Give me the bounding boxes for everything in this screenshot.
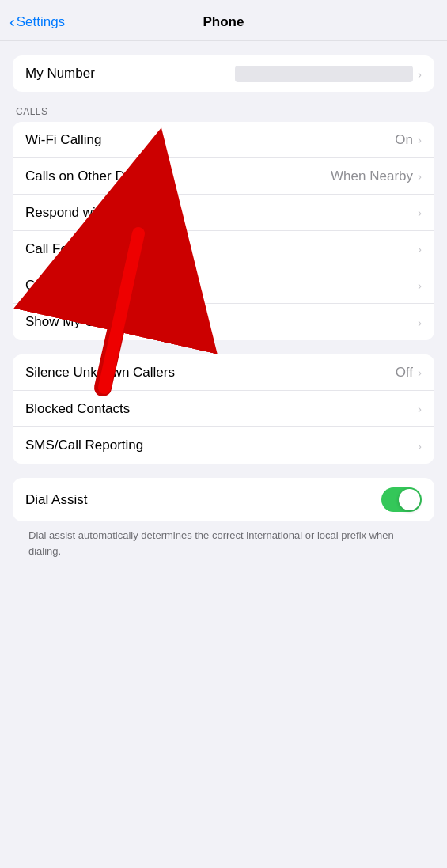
blocked-contacts-chevron-icon: › bbox=[418, 402, 422, 415]
sms-reporting-row[interactable]: SMS/Call Reporting › bbox=[13, 427, 434, 464]
call-forwarding-row[interactable]: Call Forwarding › bbox=[13, 231, 434, 267]
call-waiting-right: › bbox=[416, 279, 422, 292]
dial-assist-row[interactable]: Dial Assist bbox=[13, 478, 434, 521]
privacy-card: Silence Unknown Callers Off › Blocked Co… bbox=[13, 354, 434, 464]
calls-other-devices-row[interactable]: Calls on Other Devices When Nearby › bbox=[13, 158, 434, 195]
my-number-label: My Number bbox=[25, 66, 235, 81]
sms-reporting-right: › bbox=[416, 439, 422, 453]
silence-unknown-right: Off › bbox=[396, 365, 422, 381]
calls-other-devices-label: Calls on Other Devices bbox=[25, 169, 331, 184]
silence-unknown-value: Off bbox=[396, 365, 413, 381]
blocked-contacts-row[interactable]: Blocked Contacts › bbox=[13, 391, 434, 427]
call-waiting-label: Call Waiting bbox=[25, 278, 416, 294]
calls-card: Wi-Fi Calling On › Calls on Other Device… bbox=[13, 122, 434, 340]
call-forwarding-label: Call Forwarding bbox=[25, 241, 416, 257]
my-number-card: My Number ██████████████ › bbox=[13, 55, 434, 92]
call-forwarding-right: › bbox=[416, 242, 422, 256]
toggle-knob bbox=[399, 489, 420, 510]
wifi-calling-label: Wi-Fi Calling bbox=[25, 132, 395, 148]
my-number-value: ██████████████ bbox=[235, 66, 413, 82]
my-number-right: ██████████████ › bbox=[235, 66, 422, 82]
caller-id-row[interactable]: Show My Caller ID › bbox=[13, 304, 434, 340]
caller-id-label: Show My Caller ID bbox=[25, 314, 416, 330]
dial-assist-card: Dial Assist bbox=[13, 478, 434, 521]
my-number-section: My Number ██████████████ › bbox=[0, 55, 447, 92]
calls-other-devices-chevron-icon: › bbox=[418, 169, 422, 183]
dial-assist-label: Dial Assist bbox=[25, 492, 381, 508]
sms-reporting-label: SMS/Call Reporting bbox=[25, 438, 416, 453]
wifi-calling-value: On bbox=[395, 132, 413, 148]
call-waiting-row[interactable]: Call Waiting › bbox=[13, 267, 434, 304]
dial-assist-footer: Dial assist automatically determines the… bbox=[13, 521, 434, 571]
nav-bar: ‹ Settings Phone bbox=[0, 0, 447, 41]
dial-assist-toggle[interactable] bbox=[381, 487, 422, 512]
back-chevron-icon: ‹ bbox=[9, 13, 15, 31]
page-title: Phone bbox=[203, 14, 244, 30]
call-waiting-chevron-icon: › bbox=[418, 279, 422, 292]
respond-with-text-right: › bbox=[416, 206, 422, 219]
calls-other-devices-value: When Nearby bbox=[331, 169, 413, 184]
call-forwarding-chevron-icon: › bbox=[418, 242, 422, 256]
silence-unknown-row[interactable]: Silence Unknown Callers Off › bbox=[13, 354, 434, 391]
calls-section-label: CALLS bbox=[13, 106, 434, 117]
caller-id-chevron-icon: › bbox=[418, 316, 422, 329]
caller-id-right: › bbox=[416, 316, 422, 329]
respond-with-text-chevron-icon: › bbox=[418, 206, 422, 219]
dial-assist-section: Dial Assist Dial assist automatically de… bbox=[0, 478, 447, 571]
silence-unknown-label: Silence Unknown Callers bbox=[25, 365, 396, 381]
my-number-row[interactable]: My Number ██████████████ › bbox=[13, 55, 434, 92]
back-button[interactable]: ‹ Settings bbox=[9, 13, 65, 31]
my-number-chevron-icon: › bbox=[418, 67, 422, 81]
respond-with-text-label: Respond with Text bbox=[25, 205, 416, 221]
page-wrapper: ‹ Settings Phone My Number █████████████… bbox=[0, 0, 447, 868]
blocked-contacts-label: Blocked Contacts bbox=[25, 401, 416, 417]
wifi-calling-chevron-icon: › bbox=[418, 133, 422, 146]
sms-reporting-chevron-icon: › bbox=[418, 439, 422, 453]
dial-assist-right bbox=[381, 487, 422, 512]
blocked-contacts-right: › bbox=[416, 402, 422, 415]
wifi-calling-right: On › bbox=[395, 132, 422, 148]
silence-unknown-chevron-icon: › bbox=[418, 366, 422, 379]
back-label: Settings bbox=[17, 14, 65, 30]
calls-section: CALLS Wi-Fi Calling On › Calls on Other … bbox=[0, 106, 447, 340]
wifi-calling-row[interactable]: Wi-Fi Calling On › bbox=[13, 122, 434, 158]
calls-other-devices-right: When Nearby › bbox=[331, 169, 422, 184]
respond-with-text-row[interactable]: Respond with Text › bbox=[13, 195, 434, 231]
privacy-section: Silence Unknown Callers Off › Blocked Co… bbox=[0, 354, 447, 464]
